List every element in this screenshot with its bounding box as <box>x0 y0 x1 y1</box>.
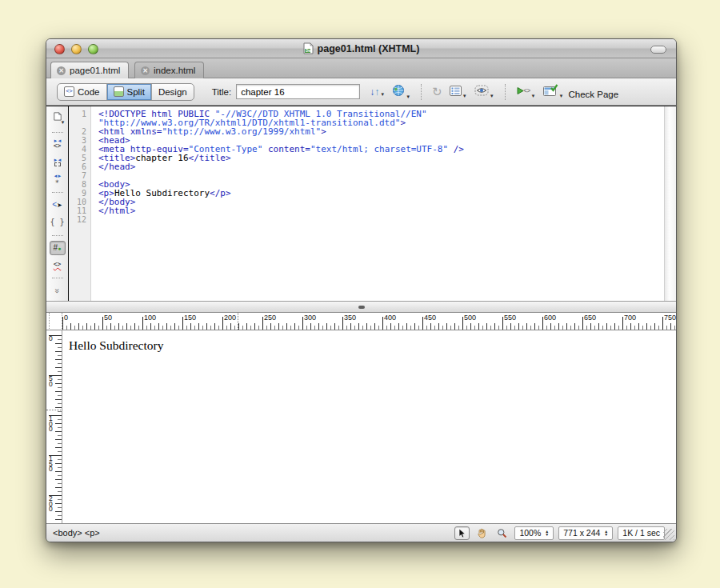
design-view-pane: 05 01 0 01 5 02 0 0 Hello Subdirectory <box>46 330 676 525</box>
zoom-tool-button[interactable] <box>494 526 510 540</box>
tab-page01[interactable]: ✕ page01.html <box>50 62 129 78</box>
preview-in-browser-button[interactable]: ▼ <box>392 84 410 100</box>
coding-toolbar-divider <box>52 235 63 236</box>
close-tab-icon[interactable]: ✕ <box>141 66 150 75</box>
code-vertical-scrollbar[interactable] <box>664 106 676 301</box>
check-page-button[interactable]: ▼ Check Page <box>543 84 619 99</box>
visual-aids-button[interactable]: ▼ <box>474 85 494 99</box>
ruler-label: 350 <box>344 314 356 322</box>
window-size-select[interactable]: 771 x 244 ▲▼ <box>558 526 613 540</box>
line-number: 1 <box>69 110 86 118</box>
svg-text:Dw: Dw <box>306 49 311 53</box>
highlight-invalid-code-button[interactable]: <> <box>50 258 66 273</box>
split-view-divider[interactable] <box>46 301 676 313</box>
code-editor[interactable]: 1<!DOCTYPE html PUBLIC "-//W3C//DTD XHTM… <box>69 106 664 301</box>
horizontal-ruler: 0501001502002503003504004505005506006507… <box>46 313 676 330</box>
resize-grip[interactable] <box>663 529 674 540</box>
ruler-label: 200 <box>224 314 236 322</box>
line-numbers-button[interactable]: #● <box>50 241 66 255</box>
line-number: 10 <box>69 198 86 206</box>
magnification-select[interactable]: 100% ▲▼ <box>514 526 554 540</box>
code-line[interactable]: 12 <box>69 215 664 224</box>
line-number: 8 <box>69 180 86 189</box>
file-management-button[interactable]: ↓↑▼ <box>370 86 385 98</box>
coding-toolbar: ▼ ►◄<> ►◄ ◄►✳ <➤ { } #● <> » <box>46 106 69 301</box>
collapse-selection-button[interactable]: ►◄ <box>50 155 66 170</box>
code-line[interactable]: 10</body> <box>69 198 664 206</box>
live-data-icon: <> <box>516 85 530 99</box>
document-toolbar: <> Code Split Design Title: ↓↑▼ ▼ ↻ <box>46 78 676 106</box>
open-documents-button[interactable]: ▼ <box>50 112 66 126</box>
split-view-button[interactable]: Split <box>107 84 152 100</box>
status-bar: <body> <p> 100% ▲▼ 771 x 244 ▲▼ 1K / 1 s… <box>46 523 676 542</box>
tab-label: page01.html <box>70 66 120 75</box>
globe-icon <box>392 84 405 100</box>
toolbar-divider <box>421 84 422 100</box>
select-parent-tag-button[interactable]: <➤ <box>50 198 66 212</box>
design-canvas[interactable]: Hello Subdirectory <box>62 330 676 525</box>
expand-all-button[interactable]: ◄►✳ <box>50 173 66 187</box>
line-number: 3 <box>69 136 86 145</box>
code-line[interactable]: 9<p>Hello Subdirectory</p> <box>69 189 664 198</box>
title-bar[interactable]: Dwpage01.html (XHTML) <box>46 39 676 58</box>
line-number: 11 <box>69 206 86 215</box>
splitter-grip-icon[interactable] <box>358 306 365 309</box>
code-view-pane: ▼ ►◄<> ►◄ ◄►✳ <➤ { } #● <> » 1<!DOCTYPE … <box>46 106 676 301</box>
horizontal-ruler-ticks: 0501001502002503003504004505005506006507… <box>62 313 676 330</box>
eye-icon <box>474 85 489 99</box>
balance-braces-button[interactable]: { } <box>50 215 66 230</box>
coding-toolbar-divider <box>52 278 63 278</box>
ruler-label: 650 <box>584 314 596 322</box>
code-view-button[interactable]: <> Code <box>58 84 107 100</box>
coding-toolbar-divider <box>52 192 63 193</box>
tag-selector[interactable]: <body> <p> <box>53 528 100 538</box>
ruler-label: 500 <box>464 314 476 322</box>
code-view-icon: <> <box>64 86 74 97</box>
hand-tool-button[interactable] <box>474 526 490 540</box>
ruler-label: 0 <box>49 336 53 342</box>
ruler-label: 400 <box>384 314 396 322</box>
code-line[interactable]: 5<title>chapter 16</title> <box>69 154 664 162</box>
ruler-label: 750 <box>664 314 676 322</box>
line-number: 2 <box>69 127 86 136</box>
design-view-button[interactable]: Design <box>152 84 194 100</box>
download-size-indicator: 1K / 1 sec <box>618 526 665 540</box>
ruler-label: 1 5 0 <box>49 456 53 472</box>
ruler-label: 5 0 <box>49 376 53 386</box>
horizontal-ruler-cursor-marker <box>238 313 238 330</box>
code-line[interactable]: 6</head> <box>69 162 664 171</box>
document-icon: Dw <box>303 42 314 57</box>
code-line[interactable]: 2<html xmlns="http://www.w3.org/1999/xht… <box>69 127 664 136</box>
line-number: 6 <box>69 162 86 171</box>
check-page-label: Check Page <box>568 90 618 99</box>
toolbar-toggle-lozenge[interactable] <box>650 46 666 54</box>
more-options-chevron[interactable]: » <box>50 283 66 298</box>
refresh-icon: ↻ <box>432 86 442 98</box>
select-tool-icon <box>458 528 466 538</box>
window-title: Dwpage01.html (XHTML) <box>46 42 676 57</box>
view-options-button[interactable]: ▼ <box>450 85 467 99</box>
dreamweaver-document-window: Dwpage01.html (XHTML) ✕ page01.html ✕ in… <box>46 38 677 542</box>
svg-text:<>: <> <box>523 87 530 94</box>
vertical-ruler-cursor-marker <box>46 410 62 410</box>
ruler-label: 150 <box>184 314 196 322</box>
refresh-button[interactable]: ↻ <box>432 86 442 98</box>
line-number: 12 <box>69 215 86 224</box>
view-mode-switcher: <> Code Split Design <box>57 83 194 101</box>
close-tab-icon[interactable]: ✕ <box>57 66 66 75</box>
line-number: 5 <box>69 154 86 162</box>
design-paragraph-text[interactable]: Hello Subdirectory <box>69 338 163 353</box>
ruler-label: 50 <box>104 314 112 322</box>
select-tool-button[interactable] <box>454 526 470 540</box>
ruler-label: 1 0 0 <box>49 416 53 432</box>
live-data-view-button[interactable]: <>▼ <box>516 85 536 99</box>
ruler-origin-corner[interactable] <box>46 313 62 330</box>
document-title-input[interactable] <box>236 84 360 99</box>
code-line[interactable]: 11</html> <box>69 206 664 215</box>
ruler-label: 0 <box>64 314 68 322</box>
code-line[interactable]: 7 <box>69 171 664 180</box>
collapse-full-tag-button[interactable]: ►◄<> <box>50 138 66 152</box>
ruler-label: 600 <box>544 314 556 322</box>
tab-index[interactable]: ✕ index.html <box>134 62 204 78</box>
ruler-label: 2 0 0 <box>49 496 53 512</box>
